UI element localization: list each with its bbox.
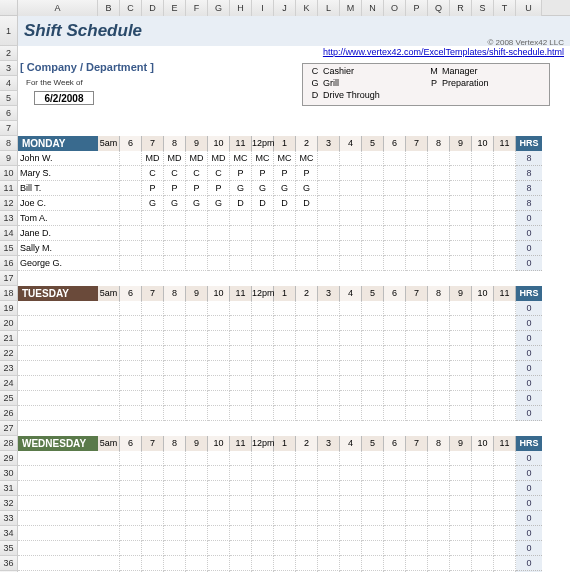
shift-cell[interactable] xyxy=(406,151,428,166)
shift-cell[interactable] xyxy=(318,211,340,226)
shift-cell[interactable]: P xyxy=(164,181,186,196)
shift-cell[interactable] xyxy=(186,541,208,556)
shift-cell[interactable] xyxy=(274,511,296,526)
employee-name[interactable] xyxy=(18,376,98,391)
shift-cell[interactable] xyxy=(494,361,516,376)
shift-cell[interactable] xyxy=(340,301,362,316)
shift-cell[interactable] xyxy=(362,166,384,181)
shift-cell[interactable] xyxy=(318,241,340,256)
shift-cell[interactable] xyxy=(186,226,208,241)
shift-cell[interactable] xyxy=(428,496,450,511)
shift-cell[interactable] xyxy=(274,526,296,541)
shift-cell[interactable] xyxy=(252,226,274,241)
shift-cell[interactable] xyxy=(428,211,450,226)
shift-cell[interactable] xyxy=(362,346,384,361)
shift-cell[interactable] xyxy=(450,331,472,346)
shift-cell[interactable] xyxy=(296,241,318,256)
shift-cell[interactable] xyxy=(428,361,450,376)
shift-cell[interactable] xyxy=(362,361,384,376)
shift-cell[interactable] xyxy=(120,556,142,571)
shift-cell[interactable] xyxy=(428,481,450,496)
shift-cell[interactable] xyxy=(318,466,340,481)
shift-cell[interactable] xyxy=(252,481,274,496)
shift-cell[interactable] xyxy=(230,466,252,481)
shift-cell[interactable] xyxy=(384,316,406,331)
shift-cell[interactable] xyxy=(164,241,186,256)
company-label[interactable]: [ Company / Department ] xyxy=(20,61,154,73)
shift-cell[interactable] xyxy=(450,181,472,196)
shift-cell[interactable] xyxy=(186,316,208,331)
shift-cell[interactable] xyxy=(164,256,186,271)
shift-cell[interactable] xyxy=(428,301,450,316)
shift-cell[interactable] xyxy=(98,331,120,346)
shift-cell[interactable] xyxy=(208,451,230,466)
shift-cell[interactable] xyxy=(98,376,120,391)
shift-cell[interactable] xyxy=(98,466,120,481)
shift-cell[interactable] xyxy=(494,451,516,466)
shift-cell[interactable] xyxy=(274,361,296,376)
shift-cell[interactable] xyxy=(450,211,472,226)
shift-cell[interactable] xyxy=(186,241,208,256)
template-link[interactable]: http://www.vertex42.com/ExcelTemplates/s… xyxy=(323,47,564,57)
shift-cell[interactable] xyxy=(274,391,296,406)
shift-cell[interactable] xyxy=(208,346,230,361)
shift-cell[interactable] xyxy=(120,511,142,526)
shift-cell[interactable] xyxy=(230,316,252,331)
shift-cell[interactable] xyxy=(494,481,516,496)
shift-cell[interactable] xyxy=(384,346,406,361)
row-header-15[interactable]: 15 xyxy=(0,241,18,256)
employee-name[interactable]: Tom A. xyxy=(18,211,98,226)
shift-cell[interactable] xyxy=(252,496,274,511)
shift-cell[interactable] xyxy=(274,451,296,466)
column-header-E[interactable]: E xyxy=(164,0,186,16)
shift-cell[interactable] xyxy=(362,466,384,481)
shift-cell[interactable]: P xyxy=(296,166,318,181)
shift-cell[interactable] xyxy=(230,406,252,421)
shift-cell[interactable] xyxy=(318,391,340,406)
shift-cell[interactable] xyxy=(318,181,340,196)
shift-cell[interactable] xyxy=(186,451,208,466)
shift-cell[interactable] xyxy=(252,451,274,466)
shift-cell[interactable] xyxy=(164,391,186,406)
shift-cell[interactable] xyxy=(274,331,296,346)
column-header-F[interactable]: F xyxy=(186,0,208,16)
shift-cell[interactable]: MD xyxy=(142,151,164,166)
shift-cell[interactable] xyxy=(208,556,230,571)
shift-cell[interactable] xyxy=(428,526,450,541)
shift-cell[interactable] xyxy=(362,406,384,421)
row-header-1[interactable]: 1 xyxy=(0,16,18,46)
shift-cell[interactable] xyxy=(274,496,296,511)
shift-cell[interactable] xyxy=(340,451,362,466)
row-header-24[interactable]: 24 xyxy=(0,376,18,391)
shift-cell[interactable]: P xyxy=(274,166,296,181)
shift-cell[interactable] xyxy=(340,241,362,256)
shift-cell[interactable] xyxy=(120,481,142,496)
shift-cell[interactable] xyxy=(120,316,142,331)
row-header-27[interactable]: 27 xyxy=(0,421,18,436)
shift-cell[interactable] xyxy=(428,511,450,526)
shift-cell[interactable] xyxy=(318,256,340,271)
shift-cell[interactable] xyxy=(384,181,406,196)
shift-cell[interactable] xyxy=(450,151,472,166)
shift-cell[interactable] xyxy=(494,406,516,421)
shift-cell[interactable] xyxy=(208,526,230,541)
shift-cell[interactable] xyxy=(340,511,362,526)
shift-cell[interactable] xyxy=(142,496,164,511)
row-header-20[interactable]: 20 xyxy=(0,316,18,331)
shift-cell[interactable] xyxy=(384,256,406,271)
shift-cell[interactable] xyxy=(296,376,318,391)
shift-cell[interactable] xyxy=(472,211,494,226)
shift-cell[interactable] xyxy=(164,361,186,376)
shift-cell[interactable] xyxy=(208,361,230,376)
shift-cell[interactable] xyxy=(362,241,384,256)
employee-name[interactable]: George G. xyxy=(18,256,98,271)
shift-cell[interactable] xyxy=(384,541,406,556)
shift-cell[interactable] xyxy=(318,481,340,496)
shift-cell[interactable] xyxy=(340,481,362,496)
shift-cell[interactable] xyxy=(494,226,516,241)
shift-cell[interactable] xyxy=(428,466,450,481)
shift-cell[interactable] xyxy=(384,466,406,481)
shift-cell[interactable]: G xyxy=(296,181,318,196)
shift-cell[interactable] xyxy=(208,256,230,271)
shift-cell[interactable] xyxy=(428,316,450,331)
